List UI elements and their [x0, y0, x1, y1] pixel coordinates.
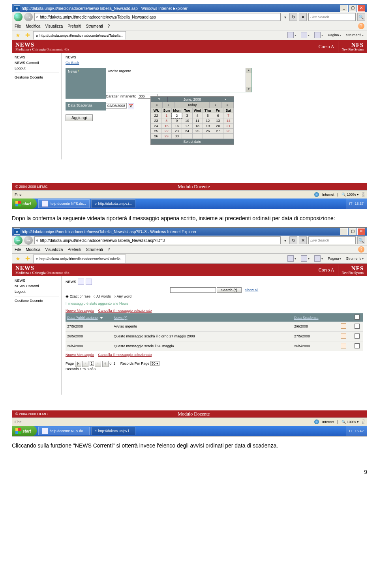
stop-button[interactable]: ✕: [299, 236, 307, 244]
refresh-button[interactable]: ↻: [289, 236, 297, 244]
address-dropdown[interactable]: ▾: [282, 15, 288, 19]
menu-preferiti[interactable]: Preferiti: [68, 247, 81, 252]
date-input[interactable]: 02/06/2008: [106, 103, 127, 109]
side-gestione[interactable]: Gestione Docente: [15, 75, 59, 80]
pager-page-input[interactable]: 1: [90, 361, 94, 366]
side-gestione[interactable]: Gestione Docente: [15, 298, 59, 303]
address-bar[interactable]: e http://dakota.unipv.it/medicinadocente…: [34, 13, 281, 21]
zoom-text[interactable]: 🔍 100% ▾: [341, 193, 359, 197]
th-data-scad[interactable]: Data Scadenza: [294, 316, 319, 320]
start-button[interactable]: start: [12, 198, 37, 209]
menu-visualizza[interactable]: Visualizza: [45, 247, 63, 252]
add-favorites-icon[interactable]: ✚: [24, 255, 32, 262]
add-favorites-icon[interactable]: ✚: [24, 32, 32, 38]
cal-today[interactable]: Today: [175, 102, 210, 108]
row-check[interactable]: [355, 333, 360, 339]
th-data-pub[interactable]: Data Pubblicazione: [67, 316, 98, 320]
browser-tab[interactable]: e http://dakota.unipv.it/medicinadocente…: [33, 31, 126, 39]
records-per-page[interactable]: 50 ▾: [150, 361, 160, 366]
task-word[interactable]: help docente NFS.do...: [38, 199, 90, 208]
pagina-menu[interactable]: Pagina▾: [326, 257, 343, 260]
go-back-link[interactable]: Go Back: [66, 61, 79, 65]
side-logout[interactable]: Logout: [15, 289, 59, 294]
tray-lang[interactable]: IT: [349, 202, 352, 206]
resize-grip[interactable]: [362, 192, 364, 197]
radio-exact[interactable]: ◉ Exact phrase: [66, 294, 90, 298]
back-button[interactable]: ←: [14, 236, 23, 245]
export-icon-2[interactable]: [86, 279, 92, 285]
minimize-button[interactable]: _: [340, 228, 348, 235]
browser-tab[interactable]: e http://dakota.unipv.it/medicinadocente…: [33, 255, 126, 263]
cal-next-month[interactable]: ›: [210, 102, 221, 108]
edit-icon[interactable]: [341, 323, 346, 329]
side-news-correnti[interactable]: NEWS Correnti: [15, 283, 59, 289]
menu-file[interactable]: File: [15, 24, 21, 28]
forward-button[interactable]: →: [24, 236, 33, 245]
link-cancella[interactable]: Cancella il messaggio selezionato: [98, 309, 152, 313]
select-all-check[interactable]: [355, 315, 360, 320]
search-box[interactable]: Live Search: [308, 13, 356, 21]
search-button[interactable]: Search (*): [217, 287, 242, 293]
export-icon-1[interactable]: [78, 279, 84, 285]
address-dropdown[interactable]: ▾: [282, 238, 288, 243]
radio-all[interactable]: ○ All words: [94, 294, 111, 298]
edit-icon[interactable]: [341, 343, 346, 348]
close-button[interactable]: ✕: [357, 228, 365, 235]
menu-visualizza[interactable]: Visualizza: [45, 24, 63, 28]
row-check[interactable]: [355, 343, 360, 348]
home-button[interactable]: ▾: [286, 32, 298, 38]
search-button[interactable]: 🔍: [357, 13, 365, 21]
side-news[interactable]: NEWS: [15, 54, 59, 60]
radio-any[interactable]: ○ Any word: [114, 294, 131, 298]
menu-modifica[interactable]: Modifica: [26, 24, 40, 28]
menu-preferiti[interactable]: Preferiti: [68, 24, 81, 28]
print-button[interactable]: ▾: [313, 255, 325, 262]
help-icon[interactable]: ?: [358, 246, 364, 253]
maximize-button[interactable]: ▢: [349, 5, 356, 12]
edit-icon[interactable]: [341, 333, 346, 339]
pager-last[interactable]: ›|: [102, 361, 109, 367]
link-cancella-2[interactable]: Cancella il messaggio selezionato: [98, 353, 152, 357]
pagina-menu[interactable]: Pagina▾: [326, 33, 343, 37]
pager-prev[interactable]: ‹: [82, 361, 88, 367]
maximize-button[interactable]: ▢: [349, 228, 356, 235]
task-ie[interactable]: ehttp://dakota.unipv.i...: [91, 199, 135, 208]
help-icon[interactable]: ?: [358, 23, 364, 29]
zoom-text[interactable]: 🔍 100% ▾: [341, 420, 359, 424]
minimize-button[interactable]: _: [340, 5, 348, 12]
forward-button[interactable]: →: [24, 13, 33, 21]
side-news-correnti[interactable]: NEWS Correnti: [15, 60, 59, 66]
menu-file[interactable]: File: [15, 247, 21, 252]
feeds-button[interactable]: ▾: [299, 255, 311, 262]
link-nuovo-messaggio[interactable]: Nuovo Messaggio: [66, 309, 94, 313]
cal-prev-year[interactable]: «: [151, 102, 163, 108]
pager-next[interactable]: ›: [95, 361, 101, 367]
menu-strumenti[interactable]: Strumenti: [86, 24, 103, 28]
favorites-star-icon[interactable]: ★: [14, 255, 22, 262]
stop-button[interactable]: ✕: [299, 13, 307, 21]
side-news[interactable]: NEWS: [15, 278, 59, 283]
strumenti-menu[interactable]: Strumenti▾: [344, 257, 365, 260]
task-ie[interactable]: ehttp://dakota.unipv.i...: [91, 427, 135, 435]
side-logout[interactable]: Logout: [15, 66, 59, 71]
address-bar[interactable]: e http://dakota.unipv.it/medicinadocente…: [34, 236, 281, 244]
home-button[interactable]: ▾: [286, 255, 298, 262]
cal-prev-month[interactable]: ‹: [163, 102, 174, 108]
feeds-button[interactable]: ▾: [299, 32, 311, 38]
resize-grip[interactable]: [362, 419, 364, 424]
cal-next-year[interactable]: »: [222, 102, 234, 108]
refresh-button[interactable]: ↻: [289, 13, 297, 21]
cal-month[interactable]: June, 2008: [168, 97, 218, 102]
search-input[interactable]: [170, 287, 216, 293]
close-button[interactable]: ✕: [357, 5, 365, 12]
cal-close[interactable]: ?: [151, 97, 168, 102]
calendar-icon[interactable]: 📅: [128, 103, 134, 109]
menu-strumenti[interactable]: Strumenti: [86, 247, 103, 252]
show-all-link[interactable]: Show all: [245, 288, 258, 292]
search-button[interactable]: 🔍: [357, 236, 365, 244]
favorites-star-icon[interactable]: ★: [14, 32, 22, 38]
print-button[interactable]: ▾: [313, 32, 325, 38]
back-button[interactable]: ←: [14, 13, 23, 21]
search-box[interactable]: Live Search: [308, 236, 356, 244]
th-news[interactable]: News (*): [114, 316, 128, 320]
